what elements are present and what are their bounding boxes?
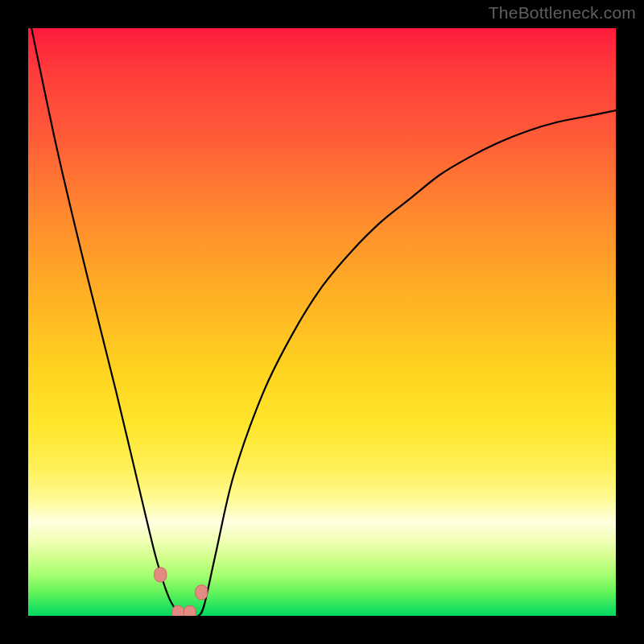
chart-container: TheBottleneck.com	[0, 0, 644, 644]
curve-marker	[184, 605, 196, 616]
curve-marker	[172, 605, 184, 616]
curve-marker	[196, 585, 208, 600]
curve-markers	[155, 568, 208, 616]
attribution-text: TheBottleneck.com	[489, 3, 636, 23]
curve-marker	[155, 568, 167, 582]
bottleneck-curve	[28, 28, 616, 616]
plot-area	[28, 28, 616, 616]
curve-path	[28, 28, 616, 616]
